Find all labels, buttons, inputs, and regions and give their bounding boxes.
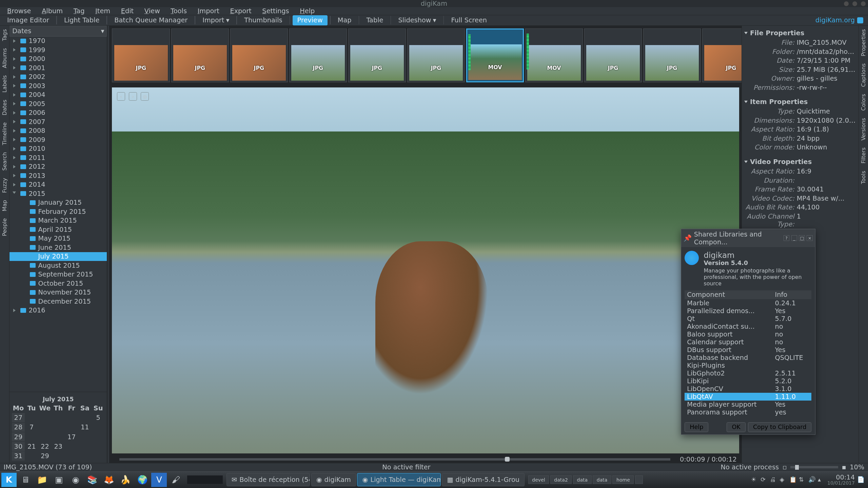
component-row[interactable]: Database backendQSQLITE [685, 354, 811, 362]
books-icon[interactable]: 📚 [85, 473, 100, 487]
cal-day[interactable]: 23 [52, 442, 65, 451]
menu-export[interactable]: Export [225, 7, 256, 15]
tab-captions[interactable]: Captions [859, 60, 868, 90]
prop-section-title[interactable]: Video Properties [744, 157, 856, 167]
tab-search[interactable]: Search [0, 149, 9, 174]
tree-year[interactable]: 2002 [9, 73, 107, 82]
component-row[interactable]: Kipi-Plugins [685, 362, 811, 369]
thumbnail[interactable]: JPG [112, 28, 170, 82]
pager[interactable] [187, 475, 223, 484]
desktop-switcher[interactable] [635, 475, 643, 484]
task-item[interactable]: ◉Light Table — digiKam [357, 473, 440, 486]
desktop-switcher[interactable]: data [593, 475, 611, 484]
thumbnails-button[interactable]: Thumbnails [239, 15, 287, 25]
menu-help[interactable]: Help [295, 7, 319, 15]
tree-year[interactable]: 2006 [9, 108, 107, 118]
tree-month[interactable]: July 2015 [9, 252, 107, 261]
tab-properties[interactable]: Properties [859, 26, 868, 60]
tree-year[interactable]: 1970 [9, 37, 107, 46]
tree-month[interactable]: August 2015 [9, 261, 107, 270]
cal-day[interactable]: 29 [12, 432, 25, 442]
close-icon[interactable]: × [807, 235, 813, 241]
globe-icon[interactable]: 🌍 [135, 473, 150, 487]
thumbnail[interactable]: MOV [525, 28, 583, 82]
tab-dates[interactable]: Dates [0, 96, 9, 119]
tree-year[interactable]: 2016 [9, 306, 107, 315]
tree-year[interactable]: 2008 [9, 126, 107, 136]
thumbnail[interactable]: JPG [289, 28, 347, 82]
tree-year[interactable]: 2011 [9, 153, 107, 162]
task-item[interactable]: ▦digiKam-5.4.1-Grou [442, 473, 525, 486]
cal-day[interactable]: 27 [12, 413, 25, 422]
component-row[interactable]: DBus supportYes [685, 346, 811, 354]
tree-year[interactable]: 2000 [9, 55, 107, 64]
component-row[interactable]: Parallelized demos...Yes [685, 307, 811, 315]
tree-month[interactable]: March 2015 [9, 216, 107, 225]
task-item[interactable]: ✉Boîte de réception (54 [226, 473, 310, 486]
menu-settings[interactable]: Settings [257, 7, 294, 15]
menu-view[interactable]: View [140, 7, 165, 15]
thumbnail[interactable]: MOV [466, 28, 524, 82]
import-button[interactable]: Import ▾ [198, 15, 234, 25]
panel-header[interactable]: Dates▾ [9, 26, 107, 37]
desktop-switcher[interactable]: devel [528, 475, 549, 484]
tree-year[interactable]: 2001 [9, 63, 107, 73]
cal-day[interactable]: 30 [12, 442, 25, 451]
thumbnail[interactable]: JPG [348, 28, 406, 82]
thumbnail[interactable]: JPG [230, 28, 288, 82]
tab-tags[interactable]: Tags [0, 26, 9, 45]
tab-tools[interactable]: Tools [859, 167, 868, 188]
menu-edit[interactable]: Edit [116, 7, 139, 15]
thumbnail[interactable]: JPG [643, 28, 701, 82]
pin-icon[interactable]: 📌 [684, 234, 692, 242]
tree-month[interactable]: November 2015 [9, 288, 107, 297]
tree-month[interactable]: June 2015 [9, 243, 107, 252]
components-table[interactable]: ComponentInfo Marble0.24.1Parallelized d… [685, 290, 811, 416]
component-row[interactable]: LibKipi5.2.0 [685, 377, 811, 385]
network-icon[interactable]: ⇅ [799, 476, 806, 483]
vbox-icon[interactable]: V [151, 473, 167, 487]
dialog-titlebar[interactable]: 📌 Shared Libraries and Compon... ? _ □ × [681, 229, 815, 247]
tab-filters[interactable]: Filters [859, 144, 868, 167]
component-row[interactable]: Marble0.24.1 [685, 299, 811, 307]
tree-year[interactable]: 2007 [9, 117, 107, 126]
forward-icon[interactable]: › [129, 92, 137, 101]
volume-icon[interactable]: 🔊 [808, 476, 815, 483]
fullscreen-button[interactable]: Full Screen [446, 15, 492, 25]
tab-fuzzy[interactable]: Fuzzy [0, 175, 9, 197]
clipboard-icon[interactable]: 📋 [789, 476, 796, 483]
kde-start-icon[interactable]: K [1, 473, 17, 487]
menu-import[interactable]: Import [193, 7, 224, 15]
tree-year[interactable]: 2005 [9, 99, 107, 108]
update-icon[interactable]: ⟳ [761, 476, 768, 483]
thumbnail[interactable]: JPG [584, 28, 642, 82]
menu-tag[interactable]: Tag [69, 7, 90, 15]
help-button[interactable]: Help [685, 422, 708, 432]
tree-month[interactable]: October 2015 [9, 279, 107, 288]
component-row[interactable]: Panorama supportyes [685, 408, 811, 416]
thumbnail[interactable]: JPG [702, 28, 742, 82]
cal-day[interactable]: 29 [39, 451, 52, 461]
desktop-switcher[interactable]: data [573, 475, 592, 484]
component-row[interactable]: Media player supportYes [685, 401, 811, 408]
gimp-icon[interactable]: 🖌 [168, 473, 184, 487]
table-button[interactable]: Table [361, 15, 388, 25]
menu-tools[interactable]: Tools [166, 7, 192, 15]
copy-button[interactable]: Copy to Clipboard [748, 422, 812, 432]
ok-button[interactable]: OK [727, 422, 746, 432]
menu-album[interactable]: Album [37, 7, 67, 15]
banana-icon[interactable]: 🍌 [118, 473, 134, 487]
tab-versions[interactable]: Versions [859, 115, 868, 144]
maximize-icon[interactable]: □ [799, 235, 805, 241]
tab-map[interactable]: Map [0, 197, 9, 215]
desktop-switcher[interactable]: data2 [550, 475, 572, 484]
tree-year[interactable]: 2014 [9, 180, 107, 189]
preview-area[interactable]: ‹ › ◎ [110, 85, 742, 456]
zoom-in-icon[interactable]: ▪ [842, 463, 846, 471]
printer-icon[interactable]: 🖨 [770, 476, 777, 483]
cal-day[interactable]: 11 [79, 423, 92, 432]
tree-year[interactable]: 2012 [9, 162, 107, 171]
thumbnail[interactable]: JPG [171, 28, 229, 82]
light-table-button[interactable]: Light Table [59, 15, 104, 25]
zoom-out-icon[interactable]: ▫ [783, 463, 787, 471]
